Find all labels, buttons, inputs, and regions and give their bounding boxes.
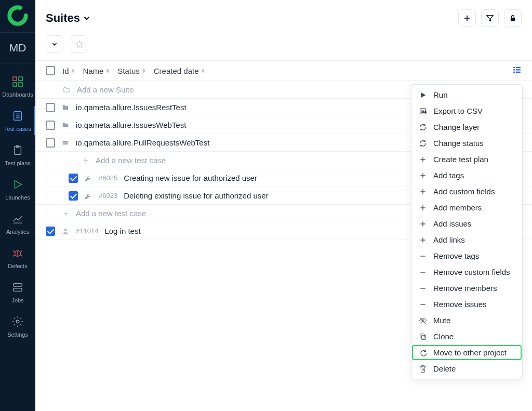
svg-text:XLS: XLS [421, 110, 427, 113]
plus-icon [419, 155, 427, 164]
minus-icon [419, 252, 427, 260]
select-all-checkbox[interactable] [46, 66, 55, 75]
menu-add-links[interactable]: Add links [411, 232, 522, 248]
minus-icon [419, 300, 427, 309]
trash-icon [419, 365, 427, 373]
plus-icon [419, 236, 427, 244]
sidebar-item-defects[interactable]: Defects [0, 246, 35, 269]
context-menu: Run XLSExport to CSV Change layer Change… [411, 84, 523, 379]
menu-create-plan[interactable]: Create test plan [411, 151, 522, 167]
sidebar: MD Dashboards Test cases Test plans Laun… [0, 0, 35, 411]
sort-icon: ▲▼ [71, 69, 76, 73]
nav-label: Defects [8, 263, 27, 269]
svg-line-16 [21, 250, 23, 252]
app-logo[interactable] [5, 3, 30, 28]
row-checkbox[interactable] [46, 138, 55, 148]
folder-open-icon [61, 139, 70, 147]
lock-icon [509, 15, 516, 22]
svg-marker-26 [76, 41, 83, 47]
svg-rect-3 [13, 83, 17, 86]
row-checkbox[interactable] [46, 103, 55, 112]
svg-line-17 [13, 255, 15, 257]
favorite-button[interactable] [71, 35, 88, 53]
menu-clone[interactable]: Clone [411, 328, 522, 344]
menu-add-members[interactable]: Add members [411, 200, 522, 216]
nav-label: Analytics [6, 229, 29, 235]
workspace-badge[interactable]: MD [0, 32, 35, 63]
add-suite-label: Add a new Suite [77, 85, 134, 94]
menu-remove-members[interactable]: Remove members [411, 280, 522, 296]
sidebar-item-jobs[interactable]: Jobs [0, 281, 35, 303]
expand-toggle-button[interactable] [46, 35, 63, 53]
menu-add-issues[interactable]: Add issues [411, 216, 522, 232]
svg-point-0 [9, 7, 26, 24]
sidebar-item-dashboards[interactable]: Dashboards [0, 75, 35, 98]
svg-point-21 [16, 320, 19, 323]
add-test-case-label: Add a new test case [76, 209, 146, 218]
menu-remove-tags[interactable]: Remove tags [411, 248, 522, 264]
lock-button[interactable] [504, 9, 522, 27]
add-button[interactable] [458, 9, 476, 27]
header-actions [458, 9, 522, 27]
star-icon [75, 40, 84, 48]
columns-icon [512, 65, 522, 74]
menu-mute[interactable]: Mute [411, 312, 522, 328]
server-icon [11, 281, 24, 294]
sidebar-item-test-plans[interactable]: Test plans [0, 143, 35, 166]
svg-rect-31 [513, 72, 515, 73]
svg-rect-60 [420, 334, 424, 338]
sort-icon: ▲▼ [141, 69, 147, 73]
row-checkbox[interactable] [46, 227, 55, 236]
sidebar-item-settings[interactable]: Settings [0, 315, 35, 338]
row-checkbox[interactable] [46, 121, 55, 130]
chevron-down-icon [82, 14, 91, 23]
sidebar-item-launches[interactable]: Launches [0, 178, 35, 201]
svg-rect-4 [19, 83, 22, 86]
menu-remove-custom[interactable]: Remove custom fields [411, 264, 522, 280]
menu-change-layer[interactable]: Change layer [411, 119, 522, 135]
plus-icon [82, 157, 89, 164]
sort-icon: ▲▼ [201, 69, 206, 73]
nav-list: Dashboards Test cases Test plans Launche… [0, 75, 35, 338]
nav-label: Jobs [11, 297, 23, 303]
test-case-id: #6023 [99, 192, 117, 200]
list-icon [11, 109, 24, 123]
menu-add-tags[interactable]: Add tags [411, 167, 522, 183]
nav-label: Test cases [4, 126, 31, 132]
folder-icon [61, 104, 70, 111]
sidebar-item-analytics[interactable]: Analytics [0, 212, 35, 235]
menu-change-status[interactable]: Change status [411, 135, 522, 151]
page-header: Suites [35, 0, 532, 32]
redo-icon [419, 349, 427, 357]
column-status[interactable]: Status▲▼ [117, 67, 146, 75]
svg-point-37 [64, 228, 66, 231]
chevron-down-icon [51, 41, 58, 48]
nav-label: Dashboards [2, 91, 33, 98]
menu-delete[interactable]: Delete [411, 361, 522, 377]
columns-config-button[interactable] [512, 65, 522, 76]
menu-remove-issues[interactable]: Remove issues [411, 296, 522, 312]
menu-move[interactable]: Move to other project [411, 344, 522, 361]
filter-icon [486, 14, 494, 22]
column-id[interactable]: Id▲▼ [62, 67, 75, 75]
column-name[interactable]: Name▲▼ [83, 67, 110, 75]
menu-run[interactable]: Run [411, 87, 522, 103]
nav-label: Launches [5, 194, 30, 201]
menu-export-csv[interactable]: XLSExport to CSV [411, 103, 522, 119]
svg-rect-19 [14, 284, 22, 287]
play-icon [11, 178, 24, 191]
svg-rect-27 [513, 67, 515, 68]
svg-line-15 [13, 250, 15, 252]
filter-button[interactable] [481, 9, 499, 27]
suite-name: io.qameta.allure.PullRequestsWebTest [76, 138, 209, 147]
row-checkbox[interactable] [69, 191, 78, 201]
sidebar-item-test-cases[interactable]: Test cases [0, 109, 35, 132]
test-case-name: Deleting existing issue for authorized u… [124, 191, 268, 200]
svg-rect-2 [19, 77, 22, 81]
clipboard-icon [11, 143, 24, 157]
minus-icon [419, 284, 427, 293]
row-checkbox[interactable] [69, 174, 78, 183]
menu-add-custom[interactable]: Add custom fields [411, 183, 522, 200]
column-created[interactable]: Created date▲▼ [154, 67, 206, 75]
page-title-dropdown[interactable]: Suites [46, 11, 91, 25]
